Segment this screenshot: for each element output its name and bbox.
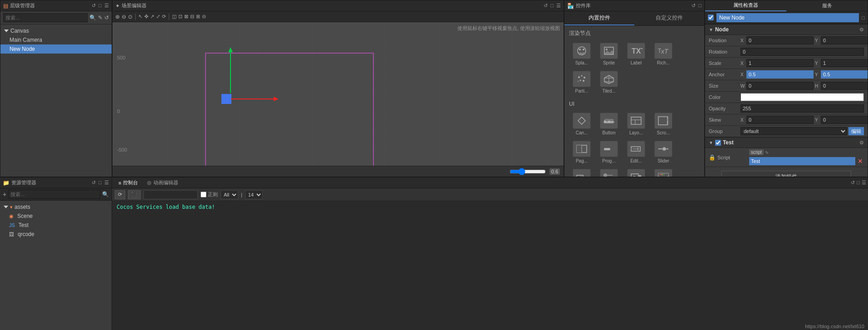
console-stop-button[interactable]: ⬛ — [128, 190, 141, 199]
log-detail-select[interactable]: 14 — [245, 190, 263, 199]
bottom-menu-icon[interactable]: ☰ — [862, 180, 866, 186]
asset-item-button[interactable]: Button Button — [596, 111, 622, 137]
asset-item-splash[interactable]: Spla... — [569, 41, 594, 67]
tab-custom[interactable]: 自定义控件 — [634, 11, 704, 25]
tree-item-test[interactable]: JS Test — [0, 221, 112, 230]
asset-item-sprite[interactable]: Sprite — [596, 41, 622, 67]
position-x-input[interactable] — [746, 36, 814, 44]
zoom-in-icon[interactable]: ⊕ — [115, 14, 120, 20]
anchor-x-input[interactable] — [746, 70, 814, 79]
tool8-icon[interactable]: ⊠ — [184, 14, 188, 20]
group-select[interactable]: default — [740, 127, 847, 135]
tool9-icon[interactable]: ⊟ — [190, 14, 194, 20]
tool5-icon[interactable]: ⟳ — [162, 14, 166, 20]
node-active-checkbox[interactable] — [708, 15, 714, 20]
tree-item-canvas[interactable]: Canvas — [0, 26, 112, 35]
refresh-icon[interactable]: ↺ — [92, 3, 96, 9]
library-refresh-icon[interactable]: ↺ — [691, 3, 696, 9]
asset-item-pageview[interactable]: Pag... — [569, 139, 594, 165]
tab-console[interactable]: ≡ 控制台 — [114, 178, 142, 187]
tree-item-scene[interactable]: ◉ Scene — [0, 212, 112, 221]
asset-manager-maximize-icon[interactable]: □ — [98, 180, 102, 186]
menu-icon[interactable]: ☰ — [104, 3, 109, 9]
node-name-input[interactable] — [716, 13, 859, 22]
scale-x-input[interactable] — [746, 59, 814, 67]
add-component-button[interactable]: 添加组件 — [721, 171, 851, 177]
tool1-icon[interactable]: ↖ — [138, 14, 142, 20]
scene-refresh-icon[interactable]: ↺ — [544, 3, 548, 9]
test-section-settings-icon[interactable]: ⚙ — [859, 140, 864, 145]
asset-item-canvas[interactable]: Can... — [569, 111, 594, 137]
prop-maximize-icon[interactable]: □ — [862, 15, 865, 20]
tree-item-maincamera[interactable]: Main Camera — [0, 35, 112, 44]
asset-item-webview[interactable]: Web... — [651, 167, 676, 177]
asset-item-videoplayer[interactable]: Vide... — [623, 167, 649, 177]
size-h-input[interactable] — [821, 82, 868, 90]
tool11-icon[interactable]: ⊝ — [202, 14, 206, 20]
group-edit-button[interactable]: 编辑 — [848, 127, 864, 135]
scene-maximize-icon[interactable]: □ — [550, 3, 554, 9]
skew-x-label: X — [740, 118, 745, 123]
tool2-icon[interactable]: ✜ — [144, 14, 148, 20]
edit-icon[interactable]: ✎ — [98, 15, 103, 21]
asset-item-label[interactable]: TXT Label — [623, 41, 649, 67]
reload-icon[interactable]: ↺ — [104, 15, 109, 21]
color-swatch[interactable] — [740, 93, 864, 101]
asset-item-togglegroup[interactable]: Togg... — [596, 167, 622, 177]
asset-item-editbox[interactable]: Edit... — [623, 139, 649, 165]
asset-item-toggle[interactable]: Togg... — [569, 167, 594, 177]
asset-manager-menu-icon[interactable]: ☰ — [104, 180, 109, 186]
tool7-icon[interactable]: ⊡ — [178, 14, 182, 20]
tab-builtin[interactable]: 内置控件 — [564, 11, 634, 25]
asset-search-icon[interactable]: 🔍 — [102, 191, 109, 197]
tree-item-assets[interactable]: ▾ assets — [0, 202, 112, 212]
scale-y-input[interactable] — [821, 59, 868, 67]
console-clear-button[interactable]: ⟳ — [115, 190, 125, 199]
asset-item-layout[interactable]: Layo... — [623, 111, 649, 137]
script-value-input[interactable] — [749, 157, 855, 165]
bottom-maximize-icon[interactable]: □ — [857, 180, 860, 186]
asset-item-richtext[interactable]: T xT Rich... — [651, 41, 676, 67]
position-y-input[interactable] — [821, 36, 868, 44]
scene-menu-icon[interactable]: ☰ — [556, 3, 561, 9]
tree-item-newnode[interactable]: New Node — [0, 44, 112, 54]
add-asset-icon[interactable]: + — [3, 191, 6, 198]
script-remove-button[interactable]: ✕ — [857, 158, 864, 165]
size-w-input[interactable] — [746, 82, 814, 90]
tool3-icon[interactable]: ↗ — [150, 14, 154, 20]
maximize-icon[interactable]: □ — [98, 3, 102, 9]
skew-y-input[interactable] — [821, 116, 868, 124]
asset-item-tiled[interactable]: Tiled... — [596, 69, 622, 95]
skew-x-input[interactable] — [746, 116, 814, 124]
scene-canvas-svg[interactable]: 500 0 -500 0 500 1,000 -500 — [113, 22, 564, 177]
tab-properties[interactable]: 属性检查器 — [705, 0, 786, 11]
zoom-slider[interactable] — [510, 168, 546, 175]
console-filter-input[interactable] — [143, 190, 198, 199]
tool4-icon[interactable]: ⤢ — [156, 14, 160, 20]
bottom-refresh-icon[interactable]: ↺ — [851, 180, 855, 186]
zoom-out-icon[interactable]: ⊖ — [122, 14, 126, 20]
test-component-checkbox[interactable] — [715, 140, 721, 146]
tab-animation[interactable]: ◎ 动画编辑器 — [142, 178, 183, 187]
tool6-icon[interactable]: ◫ — [172, 14, 177, 20]
regex-checkbox[interactable] — [201, 192, 206, 197]
library-maximize-icon[interactable]: □ — [698, 3, 701, 9]
asset-manager-search-input[interactable] — [8, 190, 100, 199]
asset-item-slider[interactable]: Slider — [651, 139, 676, 165]
zoom-fit-icon[interactable]: ⊙ — [128, 14, 132, 20]
search-icon[interactable]: 🔍 — [89, 15, 96, 21]
asset-item-particle[interactable]: Parti... — [569, 69, 594, 95]
opacity-input[interactable] — [740, 104, 864, 113]
tab-services[interactable]: 服务 — [786, 0, 868, 11]
tree-item-qrcode[interactable]: 🖼 qrcode — [0, 230, 112, 239]
layer-search-input[interactable] — [3, 13, 88, 22]
node-section-settings-icon[interactable]: ⚙ — [859, 27, 864, 32]
asset-item-progress[interactable]: Prog... — [596, 139, 622, 165]
log-level-select[interactable]: All — [221, 190, 238, 199]
scene-canvas-area[interactable]: 使用鼠标右键平移视窗焦点, 使用滚轮缩放视图 500 0 -500 0 500 … — [113, 22, 564, 177]
asset-manager-refresh-icon[interactable]: ↺ — [92, 180, 96, 186]
tool10-icon[interactable]: ⊞ — [196, 14, 200, 20]
asset-item-scrollview[interactable]: Scro... — [651, 111, 676, 137]
anchor-y-input[interactable] — [821, 70, 868, 79]
rotation-input[interactable] — [740, 48, 864, 56]
